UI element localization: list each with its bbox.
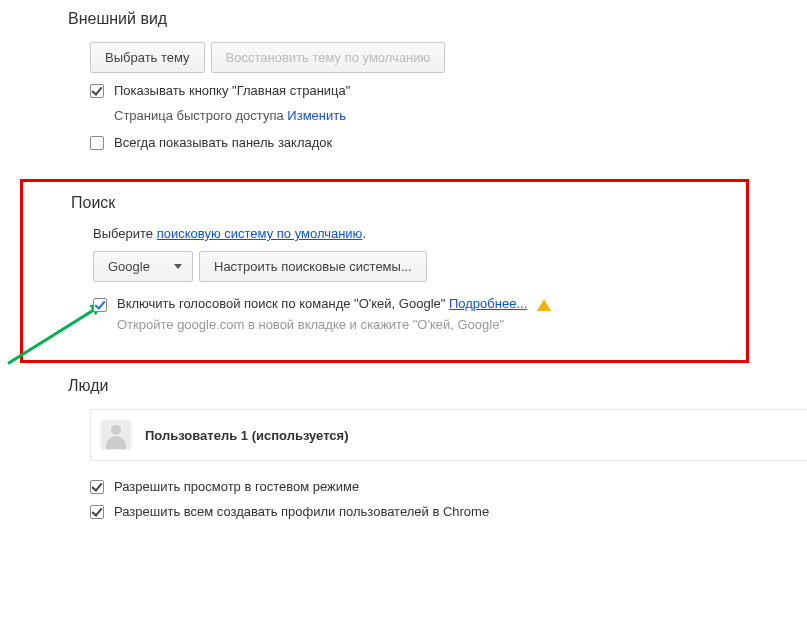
- user-row[interactable]: Пользователь 1 (используется): [90, 409, 807, 461]
- search-engine-value: Google: [108, 259, 150, 274]
- search-title: Поиск: [71, 194, 726, 212]
- voice-learn-more-link[interactable]: Подробнее...: [449, 296, 527, 311]
- show-home-label: Показывать кнопку "Главная страница": [114, 83, 350, 98]
- show-bookmarks-label: Всегда показывать панель закладок: [114, 135, 332, 150]
- default-engine-link[interactable]: поисковую систему по умолчанию: [157, 226, 363, 241]
- allow-create-row: Разрешить всем создавать профили пользов…: [90, 504, 807, 519]
- chevron-down-icon: [174, 264, 182, 269]
- home-change-link[interactable]: Изменить: [287, 108, 346, 123]
- appearance-title: Внешний вид: [68, 10, 787, 28]
- show-bookmarks-row: Всегда показывать панель закладок: [90, 135, 787, 150]
- voice-search-row: Включить голосовой поиск по команде "О'к…: [93, 296, 726, 332]
- search-suffix: .: [362, 226, 366, 241]
- search-section-highlight: Поиск Выберите поисковую систему по умол…: [20, 179, 749, 363]
- voice-search-checkbox[interactable]: [93, 298, 107, 312]
- manage-engines-button[interactable]: Настроить поисковые системы...: [199, 251, 427, 282]
- theme-buttons-row: Выбрать тему Восстановить тему по умолча…: [90, 42, 787, 73]
- choose-theme-button[interactable]: Выбрать тему: [90, 42, 205, 73]
- warning-icon: [537, 299, 551, 311]
- guest-label: Разрешить просмотр в гостевом режиме: [114, 479, 359, 494]
- people-section: Люди Пользователь 1 (используется) Разре…: [0, 367, 807, 544]
- show-home-row: Показывать кнопку "Главная страница": [90, 83, 787, 98]
- voice-search-label: Включить голосовой поиск по команде "О'к…: [117, 296, 445, 311]
- restore-theme-button[interactable]: Восстановить тему по умолчанию: [211, 42, 446, 73]
- allow-create-label: Разрешить всем создавать профили пользов…: [114, 504, 489, 519]
- voice-search-subtext: Откройте google.com в новой вкладке и ск…: [117, 317, 726, 332]
- appearance-section: Внешний вид Выбрать тему Восстановить те…: [0, 0, 807, 175]
- home-subtext: Страница быстрого доступа Изменить: [114, 108, 787, 123]
- annotation-arrow: [7, 304, 102, 365]
- show-bookmarks-checkbox[interactable]: [90, 136, 104, 150]
- search-engine-select[interactable]: Google: [93, 251, 193, 282]
- guest-checkbox[interactable]: [90, 480, 104, 494]
- search-prefix: Выберите: [93, 226, 157, 241]
- user-label: Пользователь 1 (используется): [145, 428, 349, 443]
- home-sub-label: Страница быстрого доступа: [114, 108, 284, 123]
- people-title: Люди: [68, 377, 807, 395]
- engine-controls-row: Google Настроить поисковые системы...: [93, 251, 726, 282]
- search-desc-row: Выберите поисковую систему по умолчанию.: [93, 226, 726, 241]
- allow-create-checkbox[interactable]: [90, 505, 104, 519]
- show-home-checkbox[interactable]: [90, 84, 104, 98]
- avatar-icon: [101, 420, 131, 450]
- guest-row: Разрешить просмотр в гостевом режиме: [90, 479, 807, 494]
